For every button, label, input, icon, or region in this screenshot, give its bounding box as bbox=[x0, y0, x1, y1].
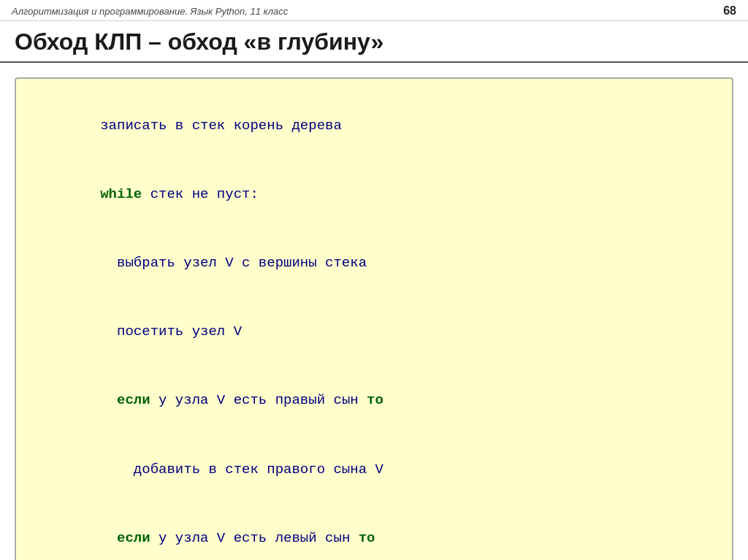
code-line-2: while стек не пуст: bbox=[34, 161, 714, 229]
code-block: записать в стек корень дерева while стек… bbox=[15, 77, 733, 560]
header-subtitle: Алгоритмизация и программирование. Язык … bbox=[12, 6, 288, 17]
page-title: Обход КЛП – обход «в глубину» bbox=[15, 28, 733, 55]
title-section: Обход КЛП – обход «в глубину» bbox=[0, 21, 748, 63]
code-line-5: если у узла V есть правый сын то bbox=[34, 367, 714, 435]
header-bar: Алгоритмизация и программирование. Язык … bbox=[0, 0, 748, 21]
code-line-6: добавить в стек правого сына V bbox=[34, 435, 714, 504]
page-number: 68 bbox=[723, 4, 736, 18]
page: Алгоритмизация и программирование. Язык … bbox=[0, 0, 748, 560]
code-line-3: выбрать узел V с вершины стека bbox=[34, 229, 714, 298]
code-line-4: посетить узел V bbox=[34, 298, 714, 367]
code-line-1: записать в стек корень дерева bbox=[34, 92, 714, 161]
content-area: записать в стек корень дерева while стек… bbox=[0, 63, 748, 560]
code-line-7: если у узла V есть левый сын то bbox=[34, 504, 714, 560]
